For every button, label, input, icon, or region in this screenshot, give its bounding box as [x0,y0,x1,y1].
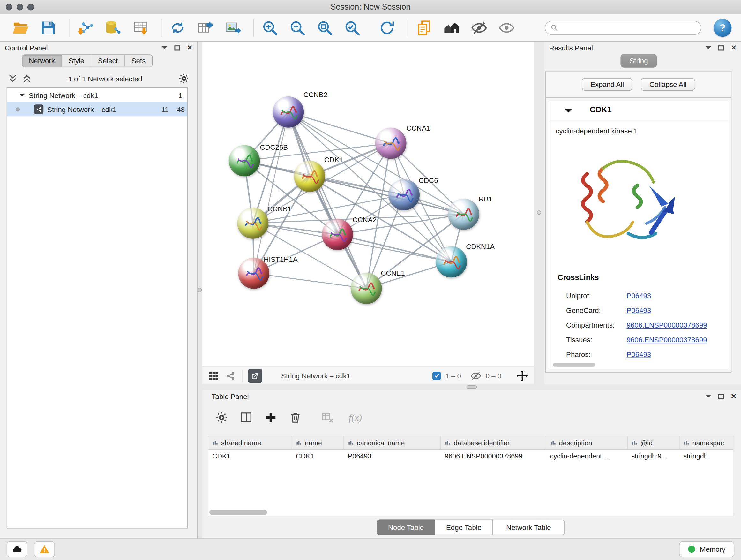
zoom-out-icon[interactable] [287,17,308,38]
warnings-button[interactable] [34,541,55,557]
birds-eye-grid-icon[interactable] [208,370,219,381]
clone-network-icon[interactable] [167,17,188,38]
import-network-file-icon[interactable] [75,17,96,38]
houses-icon[interactable] [441,17,462,38]
hidden-eye-slash-icon[interactable] [470,370,482,381]
column-header-canonical-name[interactable]: canonical name [344,436,441,449]
column-header-shared-name[interactable]: shared name [208,436,292,449]
results-panel-collapse-icon[interactable] [705,46,711,52]
table-row[interactable]: CDK1CDK1P064939606.ENSP00000378699cyclin… [208,449,733,462]
protein-collapse-icon[interactable] [565,109,572,116]
zoom-window-button[interactable] [27,3,34,10]
table-cell[interactable]: stringdb [679,449,733,462]
protein-section-header[interactable]: CDK1 [549,101,728,121]
close-window-button[interactable] [6,3,12,10]
minimize-window-button[interactable] [17,3,23,10]
memory-button[interactable]: Memory [679,541,735,557]
delete-column-icon[interactable] [287,409,303,425]
open-session-icon[interactable] [10,17,31,38]
split-columns-icon[interactable] [238,409,254,425]
table-cell[interactable]: cyclin-dependent ... [546,449,628,462]
control-panel-collapse-icon[interactable] [161,46,167,52]
move-crosshair-icon[interactable] [516,369,529,382]
crosslink-genecard-link[interactable]: P06493 [627,307,651,314]
column-header-name[interactable]: name [292,436,344,449]
eye-icon[interactable] [496,17,517,38]
table-hscroll-thumb[interactable] [209,509,267,515]
results-hscroll-thumb[interactable] [553,363,596,366]
crosslink-uniprot-link[interactable]: P06493 [627,292,651,300]
export-image-icon[interactable] [222,17,243,38]
cloud-button[interactable] [7,541,27,557]
add-column-icon[interactable] [263,409,279,425]
document-copy-icon[interactable] [414,17,434,38]
tab-sets[interactable]: Sets [125,55,152,67]
tab-network-table[interactable]: Network Table [493,519,565,535]
network-node-CDKN1A[interactable] [435,246,467,278]
network-node-CDC25B[interactable] [229,145,260,177]
crosslink-pharos-link[interactable]: P06493 [627,350,651,358]
collapse-all-button[interactable]: Collapse All [641,78,695,91]
collapse-all-icon[interactable] [8,73,18,84]
network-collection-row[interactable]: String Network – cdk1 1 [7,88,187,102]
tab-edge-table[interactable]: Edge Table [435,519,493,535]
control-panel-close-icon[interactable]: × [187,45,192,51]
import-table-icon[interactable] [130,17,151,38]
tree-expand-icon[interactable] [19,94,25,99]
column-header-description[interactable]: description [546,436,628,449]
expand-all-button[interactable]: Expand All [582,78,632,91]
expand-all-icon[interactable] [22,73,32,84]
horizontal-splitter[interactable] [202,384,741,390]
clear-table-icon[interactable] [320,409,335,425]
control-panel-float-icon[interactable] [174,45,180,50]
tab-style[interactable]: Style [62,55,91,67]
table-panel-collapse-icon[interactable] [705,395,711,401]
import-network-database-icon[interactable] [103,17,123,38]
refresh-icon[interactable] [377,17,397,38]
table-cell[interactable]: stringdb:9... [628,449,680,462]
network-node-CDK1[interactable] [294,161,325,192]
eye-slash-icon[interactable] [469,17,489,38]
zoom-selected-icon[interactable] [342,17,362,38]
table-panel-float-icon[interactable] [718,394,724,399]
zoom-fit-icon[interactable] [314,17,335,38]
crosslink-tissues-link[interactable]: 9606.ENSP00000378699 [627,335,707,344]
function-builder-icon[interactable]: f(x) [349,412,362,423]
open-in-new-window-icon[interactable] [248,368,262,382]
network-share-icon[interactable] [225,370,237,381]
tab-select[interactable]: Select [91,55,125,67]
network-node-CDC6[interactable] [388,179,420,210]
column-header-database-identifier[interactable]: database identifier [441,436,546,449]
network-node-CCNE1[interactable] [351,273,382,304]
network-node-RB1[interactable] [448,199,479,230]
zoom-in-icon[interactable] [259,17,280,38]
results-panel-float-icon[interactable] [718,45,724,50]
tab-string[interactable]: String [620,54,657,68]
table-cell[interactable]: P06493 [344,449,441,462]
table-panel-close-icon[interactable]: × [731,393,736,399]
table-cell[interactable]: 9606.ENSP00000378699 [441,449,546,462]
column-header-namespac[interactable]: namespac [679,436,733,449]
results-panel-close-icon[interactable]: × [731,45,736,51]
column-header--id[interactable]: @id [628,436,680,449]
help-button[interactable]: ? [714,18,731,37]
search-input[interactable] [561,24,696,32]
network-node-CCNB1[interactable] [237,207,268,239]
network-node-CCNA2[interactable] [322,219,353,250]
crosslink-compartments-link[interactable]: 9606.ENSP00000378699 [627,321,707,329]
left-splitter[interactable] [198,42,202,538]
network-canvas[interactable]: CCNB2CCNA1CDC25BCDK1CDC6RB1CCNB1CCNA2CDK… [202,42,534,366]
tab-network[interactable]: Network [22,55,62,67]
export-table-icon[interactable] [195,17,215,38]
tab-node-table[interactable]: Node Table [377,519,435,535]
network-node-CCNA1[interactable] [375,128,407,159]
network-row-selected[interactable]: String Network – cdk1 11 48 [7,102,187,116]
network-options-gear-icon[interactable] [178,73,190,84]
network-node-CCNB2[interactable] [273,97,304,128]
table-cell[interactable]: CDK1 [208,449,292,462]
selected-nodes-checkbox[interactable] [432,371,441,380]
right-splitter[interactable] [534,42,544,384]
save-session-icon[interactable] [38,17,58,38]
table-cell[interactable]: CDK1 [292,449,344,462]
table-settings-gear-icon[interactable] [213,409,229,425]
